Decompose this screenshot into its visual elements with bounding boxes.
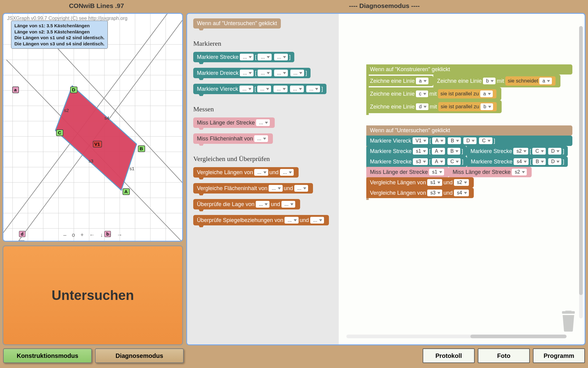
label-d-box[interactable]: d [19,231,25,237]
seg-label-s4: s4 [104,115,109,121]
horizontal-scrollbar[interactable] [346,335,560,338]
program-untersuchen[interactable]: Wenn auf "Untersuchen" geklickt Markiere… [366,125,572,198]
palette-pruefe-spiegel[interactable]: Überprüfe Spiegelbeziehungen von ... und… [193,215,329,225]
prog-markiere-strecke[interactable]: Markiere Strecke s4 [ B D ] [467,156,568,167]
palette-miss-flaeche[interactable]: Miss Flächeninhalt von ... [193,133,273,144]
vertical-scrollbar[interactable] [579,26,583,318]
prog-miss-laenge[interactable]: Miss Länge der Strecke s2 [449,167,532,177]
svg-text:C: C [58,130,61,135]
graph-panel[interactable]: JSXGraph v0.99.7 Copyright (C) see http:… [2,13,183,242]
prog-markiere-viereck[interactable]: Markiere Viereck V1 [ A B D C ] [366,136,572,146]
svg-text:B: B [140,146,143,151]
point-A[interactable]: A [123,189,130,195]
svg-text:V1: V1 [94,141,100,147]
palette-miss-laenge[interactable]: Miss Länge der Strecke ... [193,117,275,128]
section-vergleichen: Vergleichen und Überprüfen [193,155,333,163]
diagnosemodus-button[interactable]: Diagnosemodus [95,348,184,363]
label-V1[interactable]: V1 [93,141,102,147]
measurement-tooltip: Länge von s1: 3.5 KästchenlängenLänge vo… [11,21,108,49]
label-a[interactable]: a [13,87,19,93]
seg-label-s3: s3 [89,158,93,163]
seg-label-s2: s2 [64,108,69,113]
palette-pruefe-lage[interactable]: Überprüfe die Lage von ... und ... [193,199,300,209]
pan-down[interactable]: ↓ [100,232,103,238]
section-messen: Messen [193,105,333,113]
zoom-out[interactable]: – [63,232,66,238]
prog-markiere-strecke[interactable]: Markiere Strecke s3 [ A C ] [366,156,467,167]
blockly-workspace[interactable]: Wenn auf "Untersuchen" geklickt Markiere… [186,13,586,345]
seg-label-s1: s1 [130,166,134,171]
graph-nav: – o + ← ↓ ↑ → [63,232,123,238]
prog-vergleiche-laengen[interactable]: Vergleiche Längen von s1 und s2 [366,177,474,188]
palette-markiere-viereck[interactable]: Markiere Viereck ... [ ... ... ... ... ] [193,84,326,94]
svg-text:D: D [72,87,75,92]
section-markieren: Markieren [193,40,333,48]
palette-markiere-dreieck[interactable]: Markiere Dreieck ... [ ... ... ... ] [193,68,311,78]
zoom-reset[interactable]: o [72,232,75,238]
program-canvas[interactable]: Wenn auf "Konstruieren" geklickt Zeichne… [339,14,585,344]
untersuchen-button[interactable]: Untersuchen [2,245,183,345]
point-B[interactable]: B [138,146,145,152]
point-D[interactable]: D [70,87,77,93]
palette-vergleiche-laengen[interactable]: Vergleiche Längen von ... und ... [193,167,299,178]
trash-icon[interactable] [561,311,576,332]
programm-button[interactable]: Programm [533,348,585,363]
protokoll-button[interactable]: Protokoll [423,348,475,363]
svg-text:a: a [14,87,17,92]
svg-rect-41 [562,311,575,314]
block-palette: Wenn auf "Untersuchen" geklickt Markiere… [187,14,339,344]
hat-konstruieren[interactable]: Wenn auf "Konstruieren" geklickt [366,64,572,75]
prog-vergleiche-laengen[interactable]: Vergleiche Längen von s3 und s4 [366,188,474,198]
foto-button[interactable]: Foto [478,348,530,363]
svg-rect-42 [565,311,572,311]
hat-untersuchen[interactable]: Wenn auf "Untersuchen" geklickt [366,125,572,136]
app-title: CONwiB Lines .97 [6,2,187,10]
konstruktionsmodus-button[interactable]: Konstruktionsmodus [3,348,92,363]
prog-zeichne-linie[interactable]: Zeichne eine Linie d mit sie ist paralle… [366,100,502,113]
prog-miss-laenge[interactable]: Miss Länge der Strecke s1 [366,167,449,177]
prog-markiere-strecke[interactable]: Markiere Strecke s2 [ C D ] [467,146,568,156]
prog-zeichne-linie[interactable]: Zeichne eine Linie c mit sie ist paralle… [366,87,501,100]
palette-event-untersuchen[interactable]: Wenn auf "Untersuchen" geklickt [193,18,281,29]
pan-right[interactable]: → [117,232,122,238]
svg-text:A: A [124,189,128,194]
palette-markiere-strecke[interactable]: Markiere Strecke ... [ ... ... ] [193,52,294,62]
prog-zeichne-linie[interactable]: Zeichne eine Linie b mit sie schneidet a [433,75,560,87]
palette-vergleiche-flaeche[interactable]: Vergleiche Flächeninhalt von ... und ... [193,183,313,194]
prog-markiere-strecke[interactable]: Markiere Strecke s1 [ A B ] [366,146,467,156]
point-C[interactable]: C [56,130,63,136]
mode-indicator: ---- Diagnosemodus ---- [187,2,582,10]
prog-zeichne-linie[interactable]: Zeichne eine Linie a [366,76,433,86]
pan-up[interactable]: ↑ [108,232,111,238]
zoom-in[interactable]: + [81,232,84,238]
pan-left[interactable]: ← [89,232,95,238]
program-konstruieren[interactable]: Wenn auf "Konstruieren" geklickt Zeichne… [366,64,572,113]
